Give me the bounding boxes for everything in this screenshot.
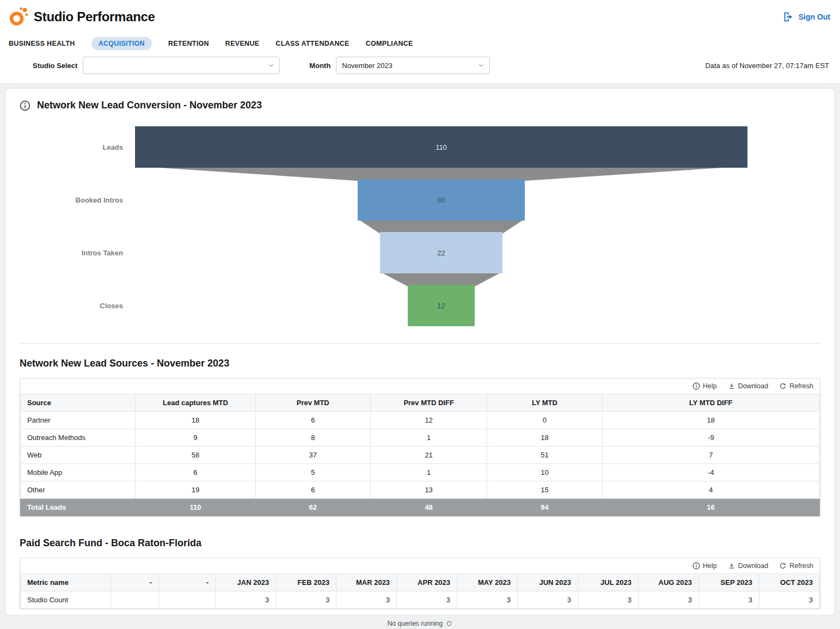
paid-search-table: Metric name--JAN 2023FEB 2023MAR 2023APR… xyxy=(20,573,820,609)
value-cell: 3 xyxy=(216,591,276,609)
lead-conversion-funnel: LeadsBooked IntrosIntros TakenCloses 110… xyxy=(20,126,820,327)
value-cell: 3 xyxy=(276,591,336,609)
value-cell: 3 xyxy=(698,591,759,609)
value-cell: 16 xyxy=(602,499,819,516)
help-button[interactable]: Help xyxy=(692,382,717,390)
column-header: SEP 2023 xyxy=(698,574,759,591)
info-icon[interactable] xyxy=(20,100,30,111)
value-cell xyxy=(158,591,215,609)
month-value: November 2023 xyxy=(342,62,393,70)
value-cell: 3 xyxy=(759,591,819,609)
help-icon xyxy=(692,562,700,570)
funnel-category-label: Leads xyxy=(20,126,123,168)
column-header: Prev MTD DIFF xyxy=(370,394,487,412)
funnel-labels: LeadsBooked IntrosIntros TakenCloses xyxy=(20,126,123,327)
value-cell: 3 xyxy=(578,591,639,609)
value-cell: 13 xyxy=(370,481,487,499)
month-dropdown[interactable]: November 2023 xyxy=(336,57,490,74)
value-cell: 3 xyxy=(518,591,578,609)
column-header: JUN 2023 xyxy=(518,574,578,591)
chevron-down-icon xyxy=(267,62,275,69)
sign-out-button[interactable]: Sign Out xyxy=(782,11,830,23)
total-row: Total Leads11062489416 xyxy=(21,499,820,516)
tab-class-attendance[interactable]: CLASS ATTENDANCE xyxy=(275,37,349,50)
table-row: Web583721517 xyxy=(21,447,820,464)
lead-sources-toolbar: Help Download Refresh xyxy=(20,378,820,394)
value-cell: 9 xyxy=(136,429,255,447)
tab-revenue[interactable]: REVENUE xyxy=(225,37,260,50)
refresh-icon[interactable] xyxy=(446,620,452,627)
tab-retention[interactable]: RETENTION xyxy=(168,37,209,50)
column-header: Lead captures MTD xyxy=(136,394,255,412)
value-cell: 10 xyxy=(487,464,602,481)
funnel-category-label: Booked Intros xyxy=(20,179,123,221)
top-chrome: Studio Performance Sign Out BUSINESS HEA… xyxy=(0,0,840,83)
value-cell: 62 xyxy=(255,499,370,516)
row-label-cell: Studio Count xyxy=(21,591,111,609)
chevron-down-icon xyxy=(477,62,485,69)
value-cell: -4 xyxy=(602,464,819,481)
tab-acquisition[interactable]: ACQUISITION xyxy=(91,37,152,50)
column-header: MAY 2023 xyxy=(457,574,518,591)
value-cell: 94 xyxy=(487,499,602,516)
value-cell: 7 xyxy=(602,447,819,464)
funnel-category-label: Intros Taken xyxy=(20,232,123,273)
download-button[interactable]: Download xyxy=(728,382,769,390)
help-button[interactable]: Help xyxy=(692,562,717,570)
status-footer: No queries running xyxy=(0,618,840,629)
column-header: Metric name xyxy=(21,574,111,591)
queries-status-text: No queries running xyxy=(388,620,443,627)
refresh-icon xyxy=(779,562,787,570)
row-label-cell: Web xyxy=(21,447,136,464)
table-row: Outreach Methods98118-9 xyxy=(21,429,820,447)
value-cell: 6 xyxy=(136,464,255,481)
column-header: JAN 2023 xyxy=(216,574,276,591)
column-header: OCT 2023 xyxy=(759,574,819,591)
value-cell: 15 xyxy=(487,481,602,499)
download-label: Download xyxy=(738,562,769,570)
refresh-label: Refresh xyxy=(789,382,813,390)
value-cell: 21 xyxy=(370,447,487,464)
value-cell: 37 xyxy=(255,447,370,464)
value-cell: 12 xyxy=(370,412,487,429)
refresh-button[interactable]: Refresh xyxy=(779,382,813,390)
main-nav: BUSINESS HEALTH ACQUISITION RETENTION RE… xyxy=(0,34,840,51)
value-cell: 19 xyxy=(136,481,255,499)
download-button[interactable]: Download xyxy=(728,562,769,570)
table-row: Studio Count3333333333 xyxy=(21,591,820,609)
column-header: LY MTD xyxy=(487,394,602,412)
month-label: Month xyxy=(309,62,330,70)
download-icon xyxy=(728,382,735,390)
value-cell: 6 xyxy=(255,412,370,429)
value-cell: 58 xyxy=(136,447,255,464)
funnel-category-label: Closes xyxy=(20,285,123,326)
column-header: AUG 2023 xyxy=(638,574,698,591)
header-row: SourceLead captures MTDPrev MTDPrev MTD … xyxy=(21,394,820,412)
value-cell: 1 xyxy=(370,429,487,447)
paid-search-table-box: Help Download Refresh Metric name--JAN 2… xyxy=(20,558,820,609)
value-cell: 0 xyxy=(487,412,602,429)
value-cell: 18 xyxy=(602,412,819,429)
value-cell: 8 xyxy=(255,429,370,447)
value-cell: 3 xyxy=(638,591,698,609)
brand-logo-icon xyxy=(8,7,28,27)
tab-compliance[interactable]: COMPLIANCE xyxy=(366,37,413,50)
paid-search-toolbar: Help Download Refresh xyxy=(20,558,820,573)
sign-out-label: Sign Out xyxy=(799,13,830,21)
column-header: APR 2023 xyxy=(397,574,457,591)
column-header: MAR 2023 xyxy=(336,574,397,591)
lead-sources-table-box: Help Download Refresh SourceLead capture… xyxy=(20,378,820,517)
tab-business-health[interactable]: BUSINESS HEALTH xyxy=(9,37,75,50)
main-card: Network New Lead Conversion - November 2… xyxy=(5,88,835,615)
help-label: Help xyxy=(703,382,717,390)
row-label-cell: Other xyxy=(21,481,136,499)
refresh-button[interactable]: Refresh xyxy=(779,562,813,570)
funnel-bar: 22 xyxy=(380,232,502,273)
funnel-canvas: 110302212 xyxy=(135,126,747,327)
brand: Studio Performance xyxy=(8,7,155,27)
value-cell: 5 xyxy=(255,464,370,481)
app-header: Studio Performance Sign Out xyxy=(0,0,840,34)
value-cell: -9 xyxy=(602,429,819,447)
studio-select-dropdown[interactable] xyxy=(83,57,280,74)
download-icon xyxy=(728,562,735,570)
